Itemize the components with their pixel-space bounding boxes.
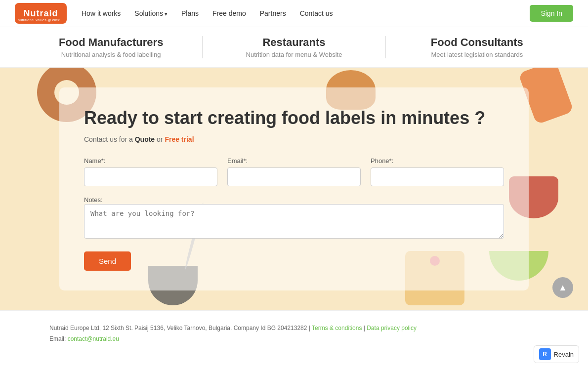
form-group-email: Email*:	[227, 157, 361, 186]
form-group-name: Name*:	[84, 157, 217, 186]
logo-tagline: nutritional values @ click	[18, 18, 60, 22]
footer-email: Email: contact@nutraid.eu	[49, 335, 539, 342]
footer: Nutraid Europe Ltd, 12 Sixth St. Paisij …	[0, 310, 588, 351]
category-sub-restaurants: Nutrition data for menu & Website	[208, 51, 380, 58]
form-subline: Contact us for a Quote or Free trial	[84, 135, 504, 143]
nav-plans[interactable]: Plans	[181, 9, 199, 17]
form-notes-group: Notes:	[84, 195, 504, 241]
scroll-top-icon: ▲	[558, 283, 567, 293]
category-food-manufacturers: Food Manufacturers Nutritional analysis …	[20, 36, 202, 58]
form-row-top: Name*: Email*: Phone*:	[84, 157, 504, 186]
revain-icon: R	[539, 348, 551, 351]
footer-email-link[interactable]: contact@nutraid.eu	[68, 335, 119, 342]
subline-or: or	[157, 135, 163, 143]
scroll-top-button[interactable]: ▲	[552, 277, 573, 298]
terms-link[interactable]: Terms & conditions	[312, 325, 362, 331]
email-label: Email*:	[227, 157, 361, 165]
logo-box: Nutraid nutritional values @ click	[15, 3, 67, 24]
category-sub-food-manufacturers: Nutritional analysis & food labelling	[25, 51, 197, 58]
subline-free-link[interactable]: Free trial	[165, 135, 194, 143]
subline-quote-link[interactable]: Quote	[135, 135, 155, 143]
nav-contact-us[interactable]: Contact us	[300, 9, 333, 17]
nav-how-it-works[interactable]: How it works	[82, 9, 121, 17]
footer-email-prefix: Email:	[49, 335, 66, 342]
category-restaurants: Restaurants Nutrition data for menu & We…	[202, 36, 385, 58]
subline-prefix: Contact us for a	[84, 135, 133, 143]
name-label: Name*:	[84, 157, 217, 165]
notes-label: Notes:	[84, 196, 103, 204]
footer-address: Nutraid Europe Ltd, 12 Sixth St. Paisij …	[49, 325, 539, 331]
logo[interactable]: Nutraid nutritional values @ click	[15, 3, 67, 24]
logo-text: Nutraid	[24, 8, 58, 19]
nav-free-demo[interactable]: Free demo	[212, 9, 246, 17]
category-food-consultants: Food Consultants Meet latest legislation…	[385, 36, 568, 58]
nav-links: How it works Solutions Plans Free demo P…	[82, 9, 530, 17]
footer-address-text: Nutraid Europe Ltd, 12 Sixth St. Paisij …	[49, 325, 310, 331]
form-headline: Ready to start creating food labels in m…	[84, 107, 504, 128]
category-title-food-consultants: Food Consultants	[391, 36, 563, 49]
send-button[interactable]: Send	[84, 251, 131, 271]
notes-textarea[interactable]	[84, 204, 504, 239]
privacy-link[interactable]: Data privacy policy	[367, 325, 417, 331]
form-group-phone: Phone*:	[371, 157, 504, 186]
category-title-food-manufacturers: Food Manufacturers	[25, 36, 197, 49]
navbar: Nutraid nutritional values @ click How i…	[0, 0, 588, 27]
revain-label: Revain	[554, 351, 574, 352]
nav-solutions[interactable]: Solutions	[134, 9, 168, 17]
form-card: Ready to start creating food labels in m…	[59, 87, 529, 290]
hero-area: Ready to start creating food labels in m…	[0, 68, 588, 310]
revain-badge[interactable]: R Revain	[534, 345, 579, 351]
category-sub-food-consultants: Meet latest legislation standards	[391, 51, 563, 58]
phone-input[interactable]	[371, 167, 504, 186]
email-input[interactable]	[227, 167, 361, 186]
nav-partners[interactable]: Partners	[260, 9, 286, 17]
name-input[interactable]	[84, 167, 217, 186]
signin-button[interactable]: Sign In	[530, 5, 573, 22]
category-title-restaurants: Restaurants	[208, 36, 380, 49]
category-bar: Food Manufacturers Nutritional analysis …	[0, 27, 588, 68]
footer-separator: |	[364, 325, 365, 331]
phone-label: Phone*:	[371, 157, 504, 165]
